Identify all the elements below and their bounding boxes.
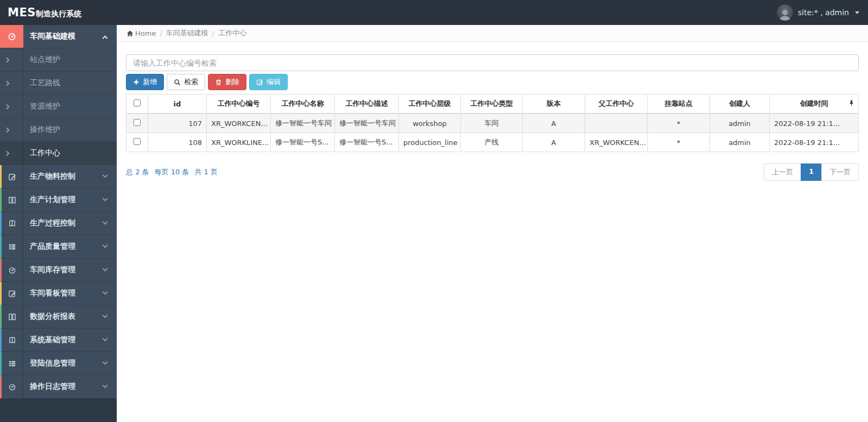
row-select-cell — [126, 114, 148, 133]
chevron-down-icon — [103, 289, 108, 294]
chevron-down-icon — [103, 336, 108, 341]
chevron-down-icon — [103, 242, 108, 248]
sidebar: 车间基础建模 站点维护 工艺路线 资源维护 操作维护 工作中心 生产物料控制 生… — [0, 25, 117, 422]
page-1-button[interactable]: 1 — [801, 163, 822, 181]
chevron-right-icon — [0, 118, 23, 141]
cell-work-center-level: production_line — [399, 133, 461, 152]
col-work-center-name[interactable]: 工作中心名称 — [271, 95, 335, 114]
pagination: 上一页 1 下一页 — [764, 163, 859, 181]
main-area: Home / 车间基础建模 / 工作中心 新增 检索 删除 编辑 — [117, 25, 868, 422]
cell-work-center-code: XR_WORKLINE... — [207, 133, 271, 152]
col-creator[interactable]: 创建人 — [710, 95, 770, 114]
cell-parent-work-center — [585, 114, 648, 133]
edit-square-icon — [2, 282, 23, 305]
search-button[interactable]: 检索 — [167, 74, 205, 90]
chevron-down-icon — [103, 359, 108, 364]
sidebar-item-product-quality-management[interactable]: 产品质量管理 — [0, 235, 117, 259]
select-all-checkbox[interactable] — [134, 99, 141, 106]
plus-icon — [133, 79, 140, 85]
chevron-down-icon — [103, 312, 108, 318]
cell-create-time: 2022-08-19 21:1... — [770, 133, 859, 152]
sidebar-item-login-info-management[interactable]: 登陆信息管理 — [0, 352, 117, 375]
edit-button[interactable]: 编辑 — [249, 74, 288, 90]
table-row: 107 XR_WORKCEN... 修一智能一号车间 修一智能一号车间 work… — [126, 114, 859, 133]
col-parent-work-center[interactable]: 父工作中心 — [585, 95, 648, 114]
col-version[interactable]: 版本 — [523, 95, 585, 114]
per-page-count: 每页 10 条 — [155, 167, 189, 177]
content-panel: 新增 检索 删除 编辑 — [117, 42, 868, 181]
list-icon — [2, 235, 23, 258]
cell-version: A — [523, 114, 585, 133]
book-icon — [2, 212, 23, 235]
cell-creator: admin — [710, 114, 770, 133]
brand-bold: MES — [8, 6, 36, 19]
page-count: 共 1 页 — [194, 167, 218, 177]
cell-work-center-desc: 修一智能一号车间 — [335, 114, 399, 133]
sidebar-item-operation-log-management[interactable]: 操作日志管理 — [0, 375, 117, 399]
cell-create-time: 2022-08-19 21:1... — [770, 114, 859, 133]
chevron-down-icon — [103, 219, 108, 224]
select-all-cell — [126, 95, 148, 114]
sidebar-item-work-center[interactable]: 工作中心 — [0, 142, 117, 165]
sidebar-item-operation-maintenance[interactable]: 操作维护 — [0, 118, 117, 142]
chevron-down-icon — [103, 266, 108, 271]
brand-link[interactable]: MES制造执行系统 — [8, 6, 81, 19]
cell-work-center-code: XR_WORKCEN... — [207, 114, 271, 133]
home-icon — [126, 30, 134, 37]
search-input[interactable] — [126, 54, 859, 71]
cell-work-center-level: workshop — [399, 114, 461, 133]
edit-icon — [256, 79, 263, 86]
col-work-center-type[interactable]: 工作中心类型 — [461, 95, 523, 114]
cell-attached-station: * — [648, 114, 710, 133]
sidebar-item-resource-maintenance[interactable]: 资源维护 — [0, 95, 117, 118]
table-header-row: id 工作中心编号 工作中心名称 工作中心描述 工作中心层级 工作中心类型 版本… — [126, 95, 859, 114]
col-work-center-level[interactable]: 工作中心层级 — [399, 95, 461, 114]
col-create-time[interactable]: 创建时间 — [770, 95, 859, 114]
sidebar-item-workshop-kanban-management[interactable]: 车间看板管理 — [0, 282, 117, 305]
sidebar-item-production-plan-management[interactable]: 生产计划管理 — [0, 188, 117, 212]
sidebar-item-system-basic-management[interactable]: 系统基础管理 — [0, 329, 117, 352]
cell-work-center-name: 修一智能一号车间 — [271, 114, 335, 133]
sidebar-item-workshop-inventory-management[interactable]: 车间库存管理 — [0, 259, 117, 282]
breadcrumb-home-link[interactable]: Home — [126, 29, 156, 37]
list-icon — [2, 352, 23, 375]
col-id[interactable]: id — [148, 95, 207, 114]
chevron-up-icon — [103, 35, 108, 41]
delete-button[interactable]: 删除 — [208, 74, 246, 90]
pin-icon[interactable] — [848, 100, 854, 108]
cell-work-center-name: 修一智能一号S... — [271, 133, 335, 152]
sidebar-filler — [0, 399, 117, 422]
chevron-down-icon — [103, 382, 108, 388]
col-work-center-code[interactable]: 工作中心编号 — [207, 95, 271, 114]
sidebar-item-workshop-modeling[interactable]: 车间基础建模 — [0, 25, 117, 48]
user-menu[interactable]: site:* , admin — [777, 4, 859, 21]
caret-down-icon — [855, 11, 859, 14]
row-checkbox[interactable] — [134, 119, 141, 126]
col-attached-station[interactable]: 挂靠站点 — [648, 95, 710, 114]
row-checkbox[interactable] — [134, 138, 141, 145]
col-work-center-desc[interactable]: 工作中心描述 — [335, 95, 399, 114]
cell-version: A — [523, 133, 585, 152]
add-button[interactable]: 新增 — [126, 74, 164, 90]
sidebar-item-production-material-control[interactable]: 生产物料控制 — [0, 165, 117, 188]
prev-page-button[interactable]: 上一页 — [764, 163, 801, 181]
table-row: 108 XR_WORKLINE... 修一智能一号S... 修一智能一号S...… — [126, 133, 859, 152]
avatar — [777, 4, 793, 21]
topbar: MES制造执行系统 site:* , admin — [0, 0, 868, 25]
next-page-button[interactable]: 下一页 — [821, 163, 859, 181]
chevron-right-icon — [0, 72, 23, 95]
breadcrumb-section-link[interactable]: 车间基础建模 — [166, 28, 208, 38]
sidebar-item-production-process-control[interactable]: 生产过程控制 — [0, 212, 117, 235]
sidebar-item-process-route[interactable]: 工艺路线 — [0, 72, 117, 95]
cell-work-center-type: 产线 — [461, 133, 523, 152]
chevron-right-icon — [0, 95, 23, 118]
chevron-down-icon — [103, 196, 108, 201]
total-count: 总 2 条 — [126, 167, 149, 177]
toolbar: 新增 检索 删除 编辑 — [126, 74, 859, 90]
sidebar-item-station-maintenance[interactable]: 站点维护 — [0, 48, 117, 72]
sidebar-item-data-analysis-reports[interactable]: 数据分析报表 — [0, 305, 117, 329]
breadcrumb-current: 工作中心 — [218, 28, 246, 38]
search-icon — [174, 79, 181, 86]
chevron-right-icon — [0, 48, 23, 71]
cell-creator: admin — [710, 133, 770, 152]
